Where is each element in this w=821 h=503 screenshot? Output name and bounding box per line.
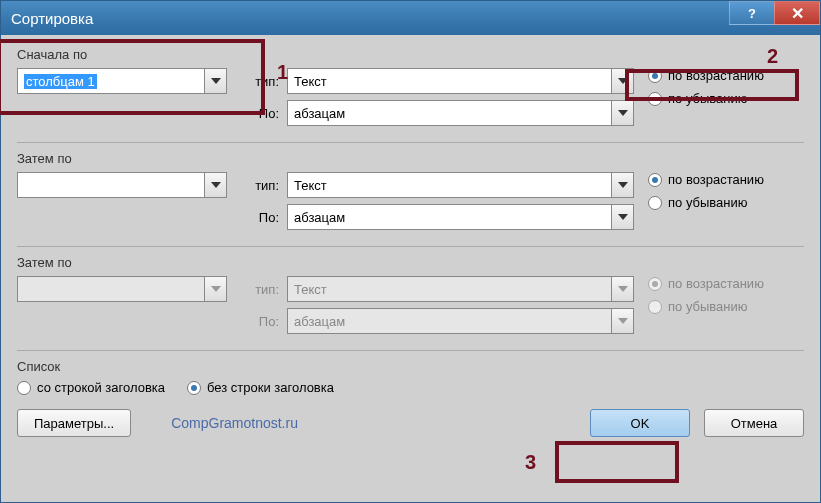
- sort-primary-field-combo[interactable]: столбцам 1: [17, 68, 227, 94]
- sort1-by-combo[interactable]: абзацам: [287, 100, 634, 126]
- parameters-button[interactable]: Параметры...: [17, 409, 131, 437]
- sort1-type-value: Текст: [288, 74, 611, 89]
- sort-primary-label: Сначала по: [17, 47, 804, 62]
- button-row: Параметры... CompGramotnost.ru OK Отмена: [17, 409, 804, 437]
- sort-secondary-block: Затем по тип: Текст: [17, 151, 804, 236]
- sort-dialog-window: Сортировка ? ✕ 1 2 3 Сначала по столбцам…: [0, 0, 821, 503]
- sort2-type-label: тип:: [247, 178, 287, 193]
- close-button[interactable]: ✕: [774, 1, 820, 25]
- chevron-down-icon: [611, 173, 633, 197]
- sort2-asc-label: по возрастанию: [668, 172, 764, 187]
- chevron-down-icon: [611, 69, 633, 93]
- help-button[interactable]: ?: [729, 1, 775, 25]
- watermark: CompGramotnost.ru: [171, 415, 298, 431]
- sort1-descending-radio[interactable]: по убыванию: [648, 91, 804, 106]
- without-header-radio[interactable]: без строки заголовка: [187, 380, 334, 395]
- chevron-down-icon: [611, 277, 633, 301]
- sort3-asc-label: по возрастанию: [668, 276, 764, 291]
- ok-button[interactable]: OK: [590, 409, 690, 437]
- cancel-button[interactable]: Отмена: [704, 409, 804, 437]
- with-header-radio[interactable]: со строкой заголовка: [17, 380, 165, 395]
- sort3-descending-radio: по убыванию: [648, 299, 804, 314]
- sort1-asc-label: по возрастанию: [668, 68, 764, 83]
- divider: [17, 350, 804, 351]
- sort1-type-combo[interactable]: Текст: [287, 68, 634, 94]
- sort2-type-value: Текст: [288, 178, 611, 193]
- sort2-by-combo[interactable]: абзацам: [287, 204, 634, 230]
- sort-primary-block: Сначала по столбцам 1 тип: Текст: [17, 47, 804, 132]
- annotation-1: 1: [277, 61, 288, 84]
- sort3-by-combo: абзацам: [287, 308, 634, 334]
- sort-tertiary-field-combo: [17, 276, 227, 302]
- sort3-type-label: тип:: [247, 282, 287, 297]
- sort3-type-value: Текст: [288, 282, 611, 297]
- with-header-label: со строкой заголовка: [37, 380, 165, 395]
- annotation-box-3: [555, 441, 679, 483]
- sort2-by-label: По:: [247, 210, 287, 225]
- sort3-ascending-radio: по возрастанию: [648, 276, 804, 291]
- chevron-down-icon: [611, 205, 633, 229]
- titlebar: Сортировка ? ✕: [1, 1, 820, 35]
- chevron-down-icon: [204, 277, 226, 301]
- sort2-type-combo[interactable]: Текст: [287, 172, 634, 198]
- sort-primary-field-value: столбцам 1: [18, 74, 204, 89]
- sort2-ascending-radio[interactable]: по возрастанию: [648, 172, 804, 187]
- divider: [17, 142, 804, 143]
- sort1-by-value: абзацам: [288, 106, 611, 121]
- sort2-desc-label: по убыванию: [668, 195, 748, 210]
- window-title: Сортировка: [11, 10, 93, 27]
- chevron-down-icon: [611, 309, 633, 333]
- dialog-body: 1 2 3 Сначала по столбцам 1 тип: Текст: [1, 35, 820, 447]
- sort1-desc-label: по убыванию: [668, 91, 748, 106]
- sort3-type-combo: Текст: [287, 276, 634, 302]
- sort-secondary-field-combo[interactable]: [17, 172, 227, 198]
- chevron-down-icon: [204, 69, 226, 93]
- sort3-by-value: абзацам: [288, 314, 611, 329]
- annotation-2: 2: [767, 45, 778, 68]
- chevron-down-icon: [611, 101, 633, 125]
- sort1-by-label: По:: [247, 106, 287, 121]
- sort3-by-label: По:: [247, 314, 287, 329]
- divider: [17, 246, 804, 247]
- annotation-3: 3: [525, 451, 536, 474]
- without-header-label: без строки заголовка: [207, 380, 334, 395]
- chevron-down-icon: [204, 173, 226, 197]
- sort-tertiary-label: Затем по: [17, 255, 804, 270]
- sort1-ascending-radio[interactable]: по возрастанию: [648, 68, 804, 83]
- sort2-by-value: абзацам: [288, 210, 611, 225]
- sort-tertiary-block: Затем по тип: Текст: [17, 255, 804, 340]
- sort3-desc-label: по убыванию: [668, 299, 748, 314]
- sort2-descending-radio[interactable]: по убыванию: [648, 195, 804, 210]
- list-header-block: Список со строкой заголовка без строки з…: [17, 359, 804, 395]
- list-label: Список: [17, 359, 804, 374]
- sort-secondary-label: Затем по: [17, 151, 804, 166]
